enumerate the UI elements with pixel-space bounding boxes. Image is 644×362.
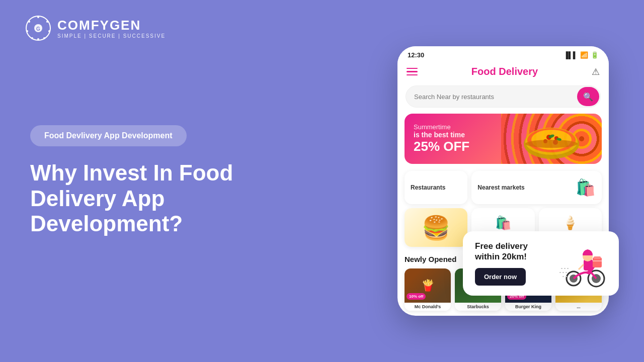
search-input[interactable] [406,88,576,106]
mcdonalds-discount-badge: 10% off [407,293,426,300]
starbucks-name: Starbucks [455,303,501,311]
badge-text: Food Devlivery App Development [44,131,173,140]
wifi-icon: 📶 [580,51,588,59]
badge: Food Devlivery App Development [30,125,187,146]
hamburger-line-3 [407,74,418,76]
search-button[interactable]: 🔍 [577,87,599,106]
burger-king-name: Burger King [505,303,551,311]
category-label-nearest-markets: Nearest markets [477,184,524,191]
category-label-restaurants: Restaurants [411,184,445,191]
logo-title: COMFYGEN [57,18,166,33]
svg-point-19 [525,140,578,148]
banner-text-area: Summertime is the best time 25% OFF [405,115,478,162]
battery-icon: 🔋 [591,51,599,59]
svg-point-3 [37,16,39,18]
hamburger-menu-icon[interactable] [407,68,418,76]
status-icons: ▐▌▌ 📶 🔋 [564,51,599,59]
logo-area: G COMFYGEN SIMPLE | SECURE | SUCCESSIVE [25,15,166,41]
banner-food-image [501,114,602,164]
svg-point-10 [37,38,39,40]
notification-bell-icon[interactable]: ⚠ [592,66,600,77]
mcdonalds-logo-icon: 🍟 [421,279,435,292]
svg-line-31 [579,264,584,269]
search-icon: 🔍 [583,92,593,102]
status-bar: 12:30 ▐▌▌ 📶 🔋 [397,46,609,62]
svg-point-8 [26,30,28,32]
order-now-button[interactable]: Order now [475,268,526,286]
delivery-rider-visual [558,243,609,284]
phone-mockup-area: 12:30 ▐▌▌ 📶 🔋 Food Delivery ⚠ 🔍 [397,46,614,316]
popup-text-area: Free delivery within 20km! Order now [475,241,552,286]
banner-discount: 25% OFF [414,139,469,154]
category-card-restaurants[interactable]: Restaurants [405,171,467,204]
hamburger-line-2 [407,71,418,72]
category-card-nearest-markets[interactable]: Nearest markets 🛍️ [471,171,602,204]
promo-banner[interactable]: Summertime is the best time 25% OFF [405,114,602,164]
logo-text-block: COMFYGEN SIMPLE | SECURE | SUCCESSIVE [57,18,166,39]
search-area: 🔍 [397,82,609,114]
svg-point-5 [48,30,50,32]
nearest-markets-icon: 🛍️ [576,178,596,197]
banner-summertime: Summertime [414,123,469,131]
stores-icon: 🛍️ [495,215,511,231]
free-delivery-popup: Free delivery within 20km! Order now [463,231,619,296]
svg-text:G: G [36,26,40,32]
ice-cream-icon: 🍦 [562,215,578,231]
banner-best-time: is the best time [414,131,469,139]
svg-point-9 [28,21,30,23]
popup-title: Free delivery within 20km! [475,241,552,262]
logo-subtitle: SIMPLE | SECURE | SUCCESSIVE [57,33,166,39]
search-bar: 🔍 [406,85,601,108]
app-title: Food Delivery [471,66,538,77]
left-panel: G COMFYGEN SIMPLE | SECURE | SUCCESSIVE … [0,0,332,362]
app-header: Food Delivery ⚠ [397,62,609,82]
svg-point-7 [31,37,33,39]
svg-point-6 [43,37,45,39]
status-time: 12:30 [408,51,424,59]
svg-rect-29 [594,256,601,259]
burger-emoji-icon: 🍔 [422,214,450,241]
logo-icon: G [25,15,51,41]
main-heading: Why Invest In Food Delivery App Developm… [30,160,302,237]
category-card-burger-image: 🍔 [405,208,467,247]
signal-icon: ▐▌▌ [564,51,578,59]
restaurant-card-mcdonalds[interactable]: 🍟 10% off Mc Donald's [405,268,451,311]
svg-point-4 [46,21,48,23]
extra-restaurant-name: ... [555,303,602,311]
mcdonalds-name: Mc Donald's [405,303,451,311]
hamburger-line-1 [407,68,418,69]
